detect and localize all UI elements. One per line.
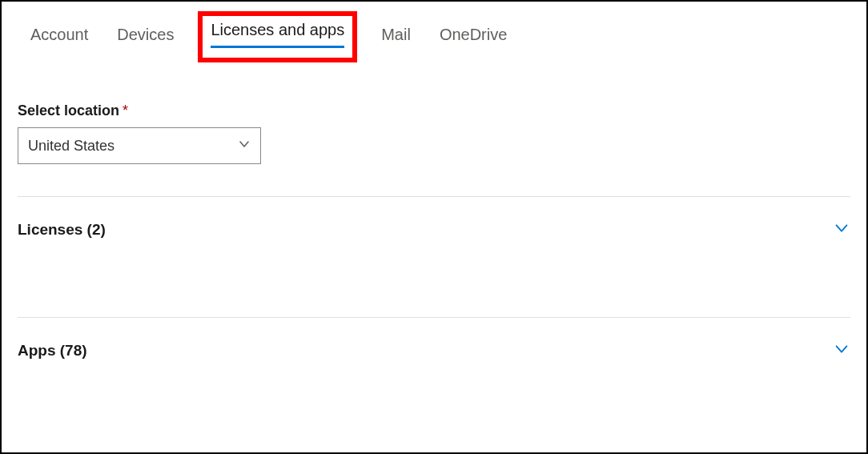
tab-mail-label: Mail [381, 26, 411, 43]
tab-onedrive-label: OneDrive [440, 26, 507, 43]
tabs-bar: Account Devices Licenses and apps Mail O… [18, 16, 850, 58]
tab-account[interactable]: Account [29, 21, 90, 54]
tab-devices-label: Devices [117, 26, 174, 43]
tab-licenses-and-apps-label: Licenses and apps [211, 21, 344, 48]
chevron-down-icon [833, 219, 850, 240]
tab-mail[interactable]: Mail [380, 21, 412, 54]
location-select-value: United States [28, 138, 115, 155]
chevron-down-icon [833, 340, 850, 361]
chevron-down-icon [238, 138, 251, 155]
location-select[interactable]: United States [18, 127, 261, 164]
licenses-accordion-title: Licenses (2) [18, 221, 106, 239]
location-section: Select location * United States [18, 102, 850, 164]
tab-licenses-and-apps[interactable]: Licenses and apps [198, 11, 357, 62]
licenses-accordion[interactable]: Licenses (2) [18, 197, 850, 259]
apps-accordion[interactable]: Apps (78) [18, 318, 850, 380]
tab-devices[interactable]: Devices [115, 21, 175, 54]
location-label-row: Select location * [18, 102, 850, 119]
tab-onedrive[interactable]: OneDrive [438, 21, 508, 54]
required-asterisk: * [123, 102, 128, 119]
tab-account-label: Account [30, 26, 88, 43]
location-label: Select location [18, 102, 119, 119]
apps-accordion-title: Apps (78) [18, 342, 87, 360]
